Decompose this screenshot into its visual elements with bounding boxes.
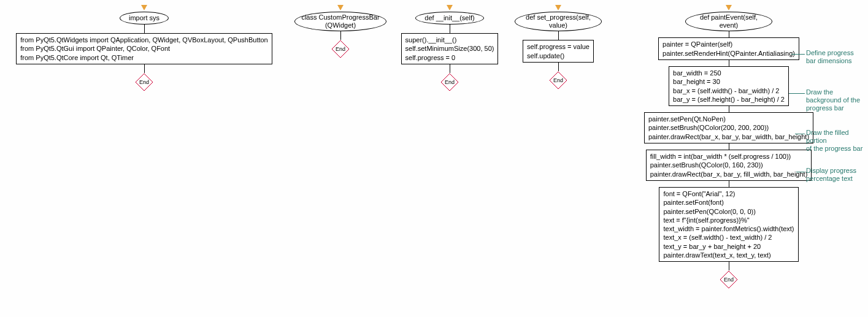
node-paintevent-def: def paintEvent(self,event)	[685, 12, 772, 31]
node-class-def: class CustomProgressBar(QWidget)	[294, 12, 386, 31]
node-painter-init: painter = QPainter(self)painter.setRende…	[658, 37, 799, 60]
connector-line	[144, 64, 145, 73]
comment-connector	[791, 54, 805, 55]
connector-line	[558, 31, 559, 40]
end-label: End	[336, 46, 345, 52]
node-bar-fill: fill_width = int(bar_width * (self.progr…	[646, 150, 812, 181]
node-imports-box: from PyQt5.QtWidgets import QApplication…	[16, 33, 272, 64]
flow-column-import: import sys from PyQt5.QtWidgets import Q…	[6, 5, 282, 91]
end-terminator-icon: End	[135, 73, 153, 91]
end-label: End	[553, 77, 563, 83]
connector-line	[729, 60, 729, 66]
node-init-def: def __init__(self)	[415, 12, 483, 25]
comment-connector	[796, 172, 805, 172]
node-bar-bg: painter.setPen(Qt.NoPen)painter.setBrush…	[644, 112, 813, 143]
end-terminator-icon: End	[720, 270, 738, 289]
end-terminator-icon: End	[549, 71, 567, 90]
comment-bar-dims: Define progressbar dimensions	[806, 49, 854, 65]
flow-column-class: class CustomProgressBar(QWidget) End	[288, 5, 393, 58]
entry-arrow-icon	[337, 5, 344, 10]
connector-line	[144, 25, 145, 33]
entry-arrow-icon	[555, 5, 561, 10]
flow-column-paintevent: def paintEvent(self,event) painter = QPa…	[612, 5, 864, 289]
comment-bar-bg: Draw the background of theprogress bar	[806, 88, 864, 113]
end-label: End	[445, 79, 455, 85]
connector-line	[729, 262, 729, 270]
connector-line	[558, 63, 559, 71]
node-bar-dims: bar_width = 250bar_height = 30bar_x = (s…	[669, 66, 789, 106]
comment-connector	[795, 134, 805, 134]
entry-arrow-icon	[447, 5, 453, 10]
flow-column-init: def __init__(self) super().__init__()sel…	[398, 5, 502, 91]
end-terminator-icon: End	[331, 40, 350, 58]
connector-line	[729, 106, 729, 112]
connector-line	[729, 31, 729, 37]
comment-bar-fill: Draw the filled portionof the progress b…	[806, 129, 864, 153]
node-draw-text: font = QFont("Arial", 12)painter.setFont…	[659, 187, 798, 262]
connector-line	[729, 181, 729, 187]
flow-column-setprogress: def set_progress(self,value) self.progre…	[509, 5, 607, 90]
connector-line	[340, 31, 341, 40]
node-setprogress-body: self.progress = valueself.update()	[523, 40, 594, 63]
node-init-body: super().__init__()self.setMinimumSize(30…	[401, 33, 499, 64]
node-import-sys: import sys	[120, 12, 169, 25]
comment-text: Display progresspercentage text	[806, 167, 856, 183]
end-label: End	[724, 277, 734, 283]
connector-line	[729, 143, 729, 150]
comment-connector	[789, 93, 805, 94]
entry-arrow-icon	[141, 5, 147, 10]
node-setprogress-def: def set_progress(self,value)	[515, 12, 602, 31]
connector-line	[450, 25, 450, 33]
flowchart-canvas: import sys from PyQt5.QtWidgets import Q…	[0, 0, 868, 317]
end-terminator-icon: End	[440, 73, 459, 91]
end-label: End	[139, 79, 149, 85]
connector-line	[450, 64, 450, 73]
entry-arrow-icon	[726, 5, 732, 10]
